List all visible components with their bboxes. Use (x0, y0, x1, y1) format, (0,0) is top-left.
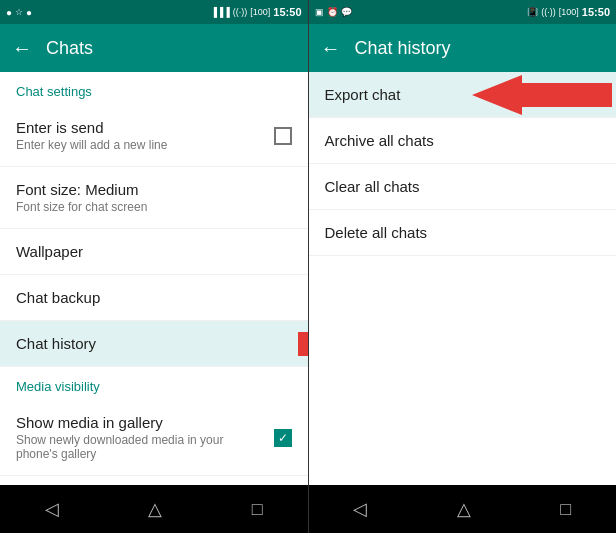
right-panel: ▣ ⏰ 💬 📳 ((·)) [100] 15:50 ← Chat history… (309, 0, 617, 533)
signal-dot: ● (6, 7, 12, 18)
left-nav-recents[interactable]: □ (236, 491, 279, 528)
enter-is-send-checkbox[interactable] (274, 127, 292, 145)
archive-all-chats-label: Archive all chats (325, 132, 434, 149)
right-alarm-icon: ⏰ (327, 7, 338, 17)
font-size-primary: Font size: Medium (16, 181, 147, 198)
right-bottom-nav: ◁ △ □ (309, 485, 617, 533)
right-nav-recents[interactable]: □ (544, 491, 587, 528)
signal-bars-icon: ▐▐▐ (211, 7, 230, 17)
font-size-secondary: Font size for chat screen (16, 200, 147, 214)
clear-all-chats-item[interactable]: Clear all chats (309, 164, 617, 210)
left-status-bar: ● ☆ ● ▐▐▐ ((·)) [100] 15:50 (0, 0, 308, 24)
svg-marker-0 (298, 322, 308, 366)
right-back-button[interactable]: ← (321, 37, 341, 60)
delete-all-chats-item[interactable]: Delete all chats (309, 210, 617, 256)
right-wifi-icon: ((·)) (541, 7, 556, 17)
battery-icon: [100] (250, 7, 270, 17)
show-media-checkbox[interactable] (274, 429, 292, 447)
right-vibrate-icon: 📳 (527, 7, 538, 17)
right-img-icon: ▣ (315, 7, 324, 17)
chat-history-item[interactable]: Chat history (0, 321, 308, 367)
right-nav-back[interactable]: ◁ (337, 490, 383, 528)
left-time: 15:50 (273, 6, 301, 18)
wallpaper-item[interactable]: Wallpaper (0, 229, 308, 275)
right-status-icons-right: 📳 ((·)) [100] 15:50 (527, 6, 610, 18)
wifi-icon: ((·)) (233, 7, 248, 17)
right-status-bar: ▣ ⏰ 💬 📳 ((·)) [100] 15:50 (309, 0, 617, 24)
right-time: 15:50 (582, 6, 610, 18)
font-size-item[interactable]: Font size: Medium Font size for chat scr… (0, 167, 308, 229)
status-icons-right: ▐▐▐ ((·)) [100] 15:50 (211, 6, 302, 18)
status-icons-left: ● ☆ ● (6, 7, 32, 18)
right-battery-icon: [100] (559, 7, 579, 17)
right-top-bar: ← Chat history (309, 24, 617, 72)
right-content: Export chat Archive all chats Clear all … (309, 72, 617, 485)
left-panel: ● ☆ ● ▐▐▐ ((·)) [100] 15:50 ← Chats Chat… (0, 0, 308, 533)
svg-marker-1 (472, 75, 612, 115)
show-media-item[interactable]: Show media in gallery Show newly downloa… (0, 400, 308, 476)
chat-settings-label: Chat settings (0, 72, 308, 105)
left-top-bar: ← Chats (0, 24, 308, 72)
left-bottom-nav: ◁ △ □ (0, 485, 308, 533)
chat-history-primary: Chat history (16, 335, 96, 352)
right-nav-home[interactable]: △ (441, 490, 487, 528)
right-status-icons-left: ▣ ⏰ 💬 (315, 7, 352, 17)
left-back-button[interactable]: ← (12, 37, 32, 60)
show-media-secondary: Show newly downloaded media in your phon… (16, 433, 236, 461)
left-content: Chat settings Enter is send Enter key wi… (0, 72, 308, 485)
right-screen-title: Chat history (355, 38, 451, 59)
enter-is-send-primary: Enter is send (16, 119, 167, 136)
chat-backup-item[interactable]: Chat backup (0, 275, 308, 321)
dot-icon: ● (26, 7, 32, 18)
clear-all-chats-label: Clear all chats (325, 178, 420, 195)
media-visibility-label: Media visibility (0, 367, 308, 400)
right-chat-icon: 💬 (341, 7, 352, 17)
wallpaper-primary: Wallpaper (16, 243, 83, 260)
left-screen-title: Chats (46, 38, 93, 59)
archive-all-chats-item[interactable]: Archive all chats (309, 118, 617, 164)
left-red-arrow (298, 322, 308, 366)
left-nav-back[interactable]: ◁ (29, 490, 75, 528)
delete-all-chats-label: Delete all chats (325, 224, 428, 241)
enter-is-send-item[interactable]: Enter is send Enter key will add a new l… (0, 105, 308, 167)
enter-is-send-secondary: Enter key will add a new line (16, 138, 167, 152)
star-icon: ☆ (15, 7, 23, 17)
chat-backup-primary: Chat backup (16, 289, 100, 306)
show-media-primary: Show media in gallery (16, 414, 236, 431)
right-red-arrow (472, 75, 612, 115)
export-chat-label: Export chat (325, 86, 401, 103)
export-chat-item[interactable]: Export chat (309, 72, 617, 118)
left-nav-home[interactable]: △ (132, 490, 178, 528)
